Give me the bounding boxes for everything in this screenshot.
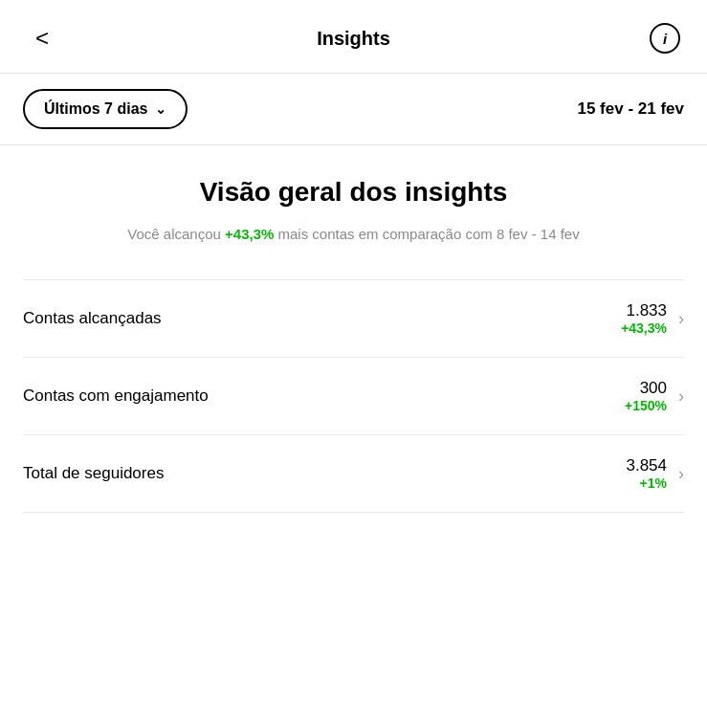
period-label: Últimos 7 dias — [44, 100, 147, 118]
metric-number: 1.833 — [621, 301, 667, 320]
metric-right: 1.833 +43,3% › — [621, 301, 684, 336]
info-icon: i — [650, 23, 680, 54]
period-filter-button[interactable]: Últimos 7 dias ⌄ — [23, 89, 188, 129]
metric-number: 3.854 — [626, 456, 667, 475]
date-range-label: 15 fev - 21 fev — [577, 99, 684, 119]
metric-right: 3.854 +1% › — [626, 456, 684, 491]
metric-number: 300 — [625, 379, 667, 398]
main-content: Visão geral dos insights Você alcançou +… — [0, 145, 707, 536]
metric-values: 3.854 +1% — [626, 456, 667, 491]
metric-values: 300 +150% — [625, 379, 667, 413]
subtitle-prefix: Você alcançou — [127, 226, 225, 242]
metric-change: +43,3% — [621, 320, 667, 336]
metric-row[interactable]: Contas com engajamento 300 +150% › — [23, 358, 684, 435]
metric-row[interactable]: Total de seguidores 3.854 +1% › — [23, 435, 684, 513]
metric-row[interactable]: Contas alcançadas 1.833 +43,3% › — [23, 279, 684, 358]
back-button[interactable]: < — [23, 19, 61, 57]
chevron-right-icon: › — [678, 309, 684, 329]
chevron-right-icon: › — [678, 464, 684, 484]
filter-bar: Últimos 7 dias ⌄ 15 fev - 21 fev — [0, 74, 707, 145]
metric-label: Contas com engajamento — [23, 386, 209, 406]
page-title: Insights — [61, 28, 646, 50]
subtitle-suffix: mais contas em comparação com 8 fev - 14… — [274, 226, 579, 242]
back-icon: < — [35, 25, 49, 52]
metric-change: +150% — [625, 398, 667, 413]
metrics-list: Contas alcançadas 1.833 +43,3% › Contas … — [23, 279, 684, 513]
metric-values: 1.833 +43,3% — [621, 301, 667, 336]
metric-label: Contas alcançadas — [23, 309, 162, 328]
chevron-down-icon: ⌄ — [155, 101, 166, 117]
metric-label: Total de seguidores — [23, 464, 164, 483]
info-button[interactable]: i — [646, 19, 684, 57]
header: < Insights i — [0, 0, 707, 74]
metric-right: 300 +150% › — [625, 379, 684, 413]
overview-subtitle: Você alcançou +43,3% mais contas em comp… — [23, 224, 684, 246]
metric-change: +1% — [626, 475, 667, 491]
overview-title: Visão geral dos insights — [23, 176, 684, 209]
subtitle-highlight: +43,3% — [225, 226, 274, 242]
chevron-right-icon: › — [678, 386, 684, 407]
